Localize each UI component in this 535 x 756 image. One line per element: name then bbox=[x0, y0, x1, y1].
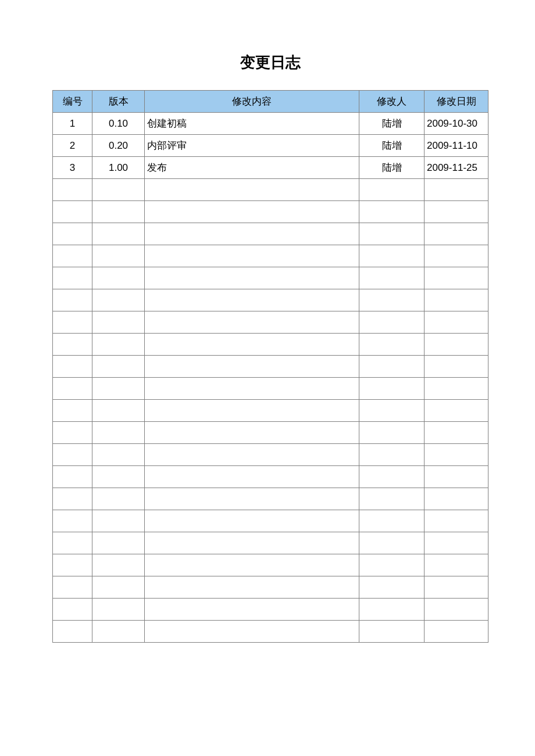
cell-date bbox=[425, 245, 488, 267]
table-row bbox=[53, 201, 488, 223]
cell-desc bbox=[145, 334, 359, 356]
cell-id bbox=[53, 334, 92, 356]
cell-date bbox=[425, 576, 488, 599]
cell-desc bbox=[145, 356, 359, 378]
table-row: 31.00发布陆增2009-11-25 bbox=[53, 157, 488, 179]
cell-author bbox=[359, 510, 425, 532]
cell-author bbox=[359, 532, 425, 554]
cell-id: 2 bbox=[53, 135, 92, 157]
cell-version bbox=[92, 466, 145, 488]
cell-id bbox=[53, 554, 92, 576]
cell-desc bbox=[145, 621, 359, 643]
cell-desc bbox=[145, 422, 359, 444]
table-row bbox=[53, 554, 488, 576]
cell-date bbox=[425, 554, 488, 576]
cell-id bbox=[53, 356, 92, 378]
cell-version bbox=[92, 378, 145, 400]
cell-version bbox=[92, 223, 145, 245]
cell-version bbox=[92, 356, 145, 378]
cell-desc bbox=[145, 599, 359, 621]
table-row: 10.10创建初稿陆增2009-10-30 bbox=[53, 113, 488, 135]
cell-author bbox=[359, 311, 425, 334]
cell-date bbox=[425, 311, 488, 334]
table-row bbox=[53, 356, 488, 378]
cell-version bbox=[92, 179, 145, 201]
cell-author bbox=[359, 576, 425, 599]
cell-id bbox=[53, 378, 92, 400]
table-row bbox=[53, 289, 488, 311]
cell-desc bbox=[145, 311, 359, 334]
table-row bbox=[53, 510, 488, 532]
cell-version: 0.10 bbox=[92, 113, 145, 135]
cell-id: 1 bbox=[53, 113, 92, 135]
cell-id bbox=[53, 599, 92, 621]
cell-author bbox=[359, 334, 425, 356]
cell-author bbox=[359, 267, 425, 289]
cell-desc bbox=[145, 532, 359, 554]
cell-date: 2009-11-10 bbox=[425, 135, 488, 157]
cell-version bbox=[92, 488, 145, 510]
cell-date bbox=[425, 422, 488, 444]
cell-version: 1.00 bbox=[92, 157, 145, 179]
table-row bbox=[53, 378, 488, 400]
cell-date bbox=[425, 334, 488, 356]
cell-desc bbox=[145, 223, 359, 245]
cell-id bbox=[53, 245, 92, 267]
table-row bbox=[53, 311, 488, 334]
cell-author bbox=[359, 245, 425, 267]
cell-author: 陆增 bbox=[359, 113, 425, 135]
cell-date bbox=[425, 378, 488, 400]
cell-desc bbox=[145, 201, 359, 223]
table-row bbox=[53, 267, 488, 289]
table-row bbox=[53, 422, 488, 444]
cell-id bbox=[53, 466, 92, 488]
table-row bbox=[53, 599, 488, 621]
cell-author bbox=[359, 201, 425, 223]
header-author: 修改人 bbox=[359, 91, 425, 113]
table-header-row: 编号 版本 修改内容 修改人 修改日期 bbox=[53, 91, 488, 113]
table-row bbox=[53, 245, 488, 267]
cell-desc bbox=[145, 444, 359, 466]
cell-version bbox=[92, 267, 145, 289]
cell-id bbox=[53, 400, 92, 422]
cell-version bbox=[92, 621, 145, 643]
cell-id bbox=[53, 223, 92, 245]
table-row bbox=[53, 466, 488, 488]
cell-date: 2009-11-25 bbox=[425, 157, 488, 179]
table-row bbox=[53, 334, 488, 356]
cell-version: 0.20 bbox=[92, 135, 145, 157]
page-title: 变更日志 bbox=[52, 52, 488, 73]
cell-id bbox=[53, 444, 92, 466]
cell-author bbox=[359, 378, 425, 400]
cell-version bbox=[92, 576, 145, 599]
cell-desc bbox=[145, 554, 359, 576]
cell-id bbox=[53, 422, 92, 444]
cell-id bbox=[53, 289, 92, 311]
cell-date bbox=[425, 223, 488, 245]
cell-desc bbox=[145, 245, 359, 267]
cell-id bbox=[53, 311, 92, 334]
cell-version bbox=[92, 599, 145, 621]
header-desc: 修改内容 bbox=[145, 91, 359, 113]
table-body: 10.10创建初稿陆增2009-10-3020.20内部评审陆增2009-11-… bbox=[53, 113, 488, 643]
cell-version bbox=[92, 532, 145, 554]
header-date: 修改日期 bbox=[425, 91, 488, 113]
cell-id bbox=[53, 488, 92, 510]
cell-author bbox=[359, 444, 425, 466]
cell-author bbox=[359, 488, 425, 510]
cell-date bbox=[425, 400, 488, 422]
cell-version bbox=[92, 201, 145, 223]
cell-version bbox=[92, 289, 145, 311]
cell-desc bbox=[145, 488, 359, 510]
cell-author bbox=[359, 599, 425, 621]
table-row bbox=[53, 223, 488, 245]
cell-author bbox=[359, 223, 425, 245]
cell-version bbox=[92, 400, 145, 422]
cell-author bbox=[359, 422, 425, 444]
cell-version bbox=[92, 311, 145, 334]
cell-desc bbox=[145, 267, 359, 289]
cell-id bbox=[53, 201, 92, 223]
cell-date bbox=[425, 201, 488, 223]
cell-desc bbox=[145, 510, 359, 532]
table-row: 20.20内部评审陆增2009-11-10 bbox=[53, 135, 488, 157]
